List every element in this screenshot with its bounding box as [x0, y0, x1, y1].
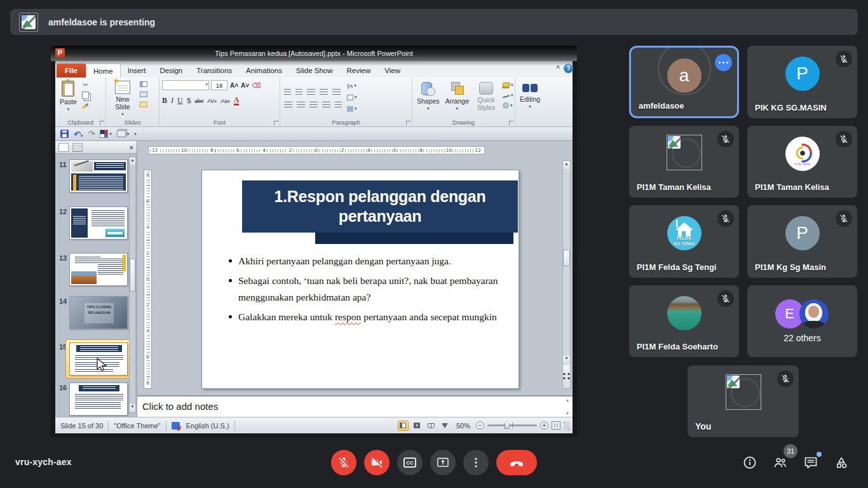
end-call-button[interactable]: [496, 450, 537, 475]
resize-grip[interactable]: [564, 421, 570, 430]
self-view-tile[interactable]: You: [688, 365, 799, 437]
help-button[interactable]: ?: [564, 64, 573, 73]
thumbnails-scrollbar[interactable]: ▲ ▼: [129, 156, 136, 413]
outline-tab[interactable]: [72, 143, 83, 152]
collapse-ribbon-button[interactable]: ^: [556, 65, 560, 72]
align-text-button[interactable]: ▾: [346, 93, 368, 102]
editor-scrollbar[interactable]: ▲ ▼ ▲▲▼▼: [562, 160, 571, 389]
bold-button[interactable]: B: [162, 96, 167, 105]
zoom-out-button[interactable]: −: [476, 421, 484, 430]
slide-layout-button[interactable]: [139, 81, 148, 90]
grow-font-button[interactable]: A˄: [230, 82, 238, 89]
scroll-up-button[interactable]: ▲: [130, 158, 135, 165]
undo-button[interactable]: ↶▾: [74, 128, 83, 140]
scrollbar-thumb[interactable]: [563, 250, 570, 266]
participant-tile-amfeldasoe[interactable]: a amfeldasoe: [629, 46, 739, 118]
scroll-down-button[interactable]: ▼: [563, 356, 570, 364]
columns-button[interactable]: [335, 102, 342, 109]
strikethrough-button[interactable]: abe: [194, 97, 203, 104]
change-case-button[interactable]: Aa▾: [220, 98, 230, 104]
tab-home[interactable]: Home: [86, 64, 121, 78]
align-center-button[interactable]: [297, 102, 305, 109]
copy-button[interactable]: [81, 92, 90, 100]
slide-title-box[interactable]: 1.Respon pelanggan dengan pertanyaan: [242, 180, 518, 233]
clear-formatting-button[interactable]: ⌫: [252, 82, 261, 89]
arrange-windows-button[interactable]: ▾: [117, 130, 130, 137]
microphone-off-button[interactable]: [331, 450, 356, 475]
zoom-slider-thumb[interactable]: [505, 421, 510, 429]
language-indicator[interactable]: English (U.S.): [186, 422, 229, 430]
captions-button[interactable]: CC: [397, 450, 423, 475]
section-button[interactable]: [139, 102, 148, 110]
clipboard-dialog-launcher[interactable]: [100, 121, 104, 125]
new-slide-button[interactable]: New Slide▾: [109, 80, 137, 118]
powerpoint-titlebar[interactable]: P Tips Pemasaran kedua [Autosaved].pptx …: [51, 46, 577, 61]
quick-styles-button[interactable]: Quick Styles: [473, 80, 499, 118]
tab-file[interactable]: File: [57, 64, 86, 78]
scroll-up-button[interactable]: ▲: [563, 161, 570, 170]
more-options-button[interactable]: [463, 450, 489, 475]
redo-button[interactable]: ↷: [88, 129, 95, 139]
participant-tile-taman-kelisa-1[interactable]: PI1M Taman Kelisa: [629, 126, 739, 198]
shapes-button[interactable]: Shapes▾: [415, 80, 442, 118]
align-right-button[interactable]: [309, 102, 318, 109]
slides-tab[interactable]: [58, 143, 69, 152]
spellcheck-icon[interactable]: [172, 422, 180, 430]
font-dialog-launcher[interactable]: [274, 121, 278, 125]
scrollbar-thumb[interactable]: [130, 259, 135, 292]
zoom-in-button[interactable]: +: [540, 421, 548, 430]
tile-options-button[interactable]: [715, 54, 732, 71]
participant-tile-pik-kg-sg-masin[interactable]: P PIK KG SG.MASIN: [747, 46, 857, 118]
convert-smartart-button[interactable]: ▾: [346, 104, 368, 113]
participant-tile-taman-kelisa-2[interactable]: Ulu Yam PI1M Taman Kelisa: [747, 126, 857, 198]
increase-indent-button[interactable]: [320, 89, 328, 96]
tab-slideshow[interactable]: Slide Show: [289, 64, 340, 78]
character-spacing-button[interactable]: AV▾: [207, 98, 217, 104]
line-spacing-button[interactable]: [332, 89, 341, 96]
numbering-button[interactable]: [295, 89, 302, 96]
participant-tile-kg-sg-masin[interactable]: P PI1M Kg Sg Masin: [747, 205, 857, 278]
paragraph-dialog-launcher[interactable]: [406, 121, 410, 125]
editing-button[interactable]: Editing▾: [518, 80, 542, 118]
scroll-down-button[interactable]: ▼: [130, 404, 135, 412]
arrange-button[interactable]: Arrange▾: [444, 80, 471, 118]
tab-design[interactable]: Design: [153, 64, 189, 78]
shadow-button[interactable]: S: [187, 96, 191, 105]
shrink-font-button[interactable]: A˅: [241, 82, 249, 89]
font-size-combobox[interactable]: 18: [211, 80, 227, 90]
tab-transitions[interactable]: Transitions: [189, 64, 239, 78]
paste-button[interactable]: Paste▾: [58, 80, 79, 118]
format-painter-button[interactable]: [81, 102, 90, 110]
chat-icon[interactable]: [803, 455, 818, 470]
meeting-details-icon[interactable]: [742, 455, 757, 470]
participant-tile-felda-soeharto[interactable]: PI1M Felda Soeharto: [629, 285, 739, 357]
theme-colors-button[interactable]: ▾: [100, 130, 112, 138]
tab-view[interactable]: View: [377, 64, 407, 78]
slide-canvas[interactable]: 1.Respon pelanggan dengan pertanyaan Akh…: [201, 170, 519, 389]
reset-slide-button[interactable]: [139, 92, 148, 100]
reading-view-button[interactable]: [426, 421, 437, 431]
qat-customize-button[interactable]: ▾: [134, 132, 137, 137]
text-direction-button[interactable]: ∥A▾: [346, 81, 368, 90]
close-panel-button[interactable]: ×: [130, 144, 133, 151]
tab-insert[interactable]: Insert: [121, 64, 153, 78]
camera-off-button[interactable]: [364, 450, 390, 475]
slideshow-view-button[interactable]: [440, 421, 451, 431]
underline-button[interactable]: U: [177, 96, 183, 105]
tab-animations[interactable]: Animations: [239, 64, 289, 78]
participant-tile-22-others[interactable]: E 22 others: [747, 285, 857, 357]
fit-to-window-button[interactable]: [552, 421, 560, 430]
tab-review[interactable]: Review: [340, 64, 378, 78]
normal-view-button[interactable]: [398, 421, 409, 431]
decrease-indent-button[interactable]: [307, 89, 315, 96]
notes-pane[interactable]: Click to add notes ▲▼: [137, 395, 573, 417]
drawing-dialog-launcher[interactable]: [509, 121, 513, 125]
italic-button[interactable]: I: [171, 96, 173, 105]
present-button[interactable]: [430, 450, 456, 475]
justify-button[interactable]: [322, 102, 330, 109]
previous-next-slide-buttons[interactable]: ▲▲▼▼: [563, 365, 570, 388]
cut-button[interactable]: ✂: [81, 81, 90, 90]
save-button[interactable]: [60, 130, 69, 138]
notes-scroll-arrows[interactable]: ▲▼: [564, 398, 571, 416]
slide-sorter-view-button[interactable]: [412, 421, 423, 431]
